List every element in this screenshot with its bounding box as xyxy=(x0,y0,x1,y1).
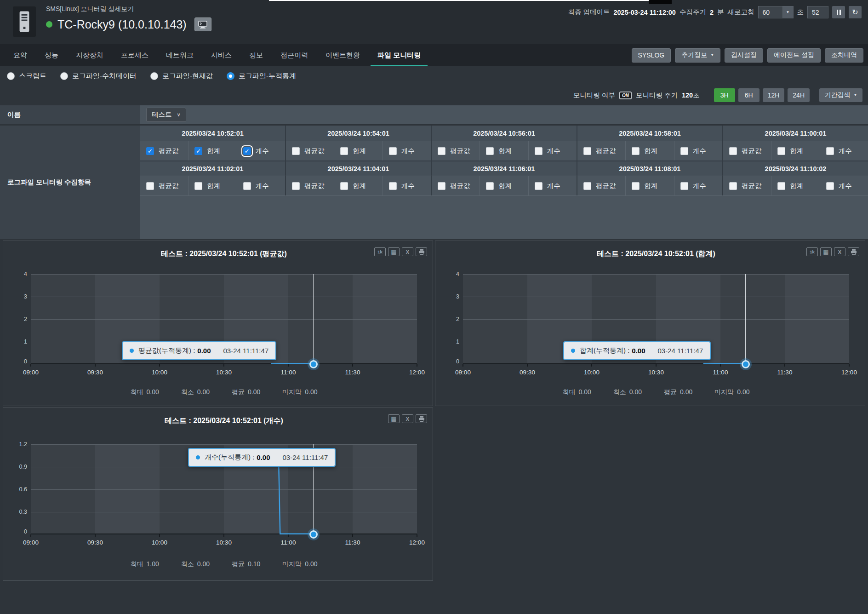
metric-checkbox-평균값[interactable]: 평균값 xyxy=(723,176,771,195)
action-button-추가정보[interactable]: 추가정보▼ xyxy=(675,48,720,63)
checkbox-icon[interactable] xyxy=(826,147,834,155)
checkbox-icon[interactable] xyxy=(486,147,494,155)
name-select[interactable]: 테스트 ∨ xyxy=(146,108,186,122)
checkbox-icon[interactable] xyxy=(438,182,445,190)
checkbox-icon[interactable] xyxy=(194,182,202,190)
refresh-interval-input[interactable]: 60 xyxy=(758,6,783,18)
data-point-marker[interactable] xyxy=(309,530,318,539)
table-icon[interactable]: ▦ xyxy=(820,247,832,256)
excel-icon[interactable]: X xyxy=(834,247,845,256)
metric-checkbox-합계[interactable]: 합계 xyxy=(625,141,674,161)
metric-checkbox-합계[interactable]: 합계 xyxy=(188,141,236,161)
metric-checkbox-평균값[interactable]: 평균값 xyxy=(286,141,334,161)
range-button-6H[interactable]: 6H xyxy=(738,88,760,102)
metric-checkbox-개수[interactable]: 개수 xyxy=(674,176,722,195)
metric-checkbox-합계[interactable]: 합계 xyxy=(188,176,236,195)
tab-성능[interactable]: 성능 xyxy=(36,44,67,66)
metric-checkbox-개수[interactable]: 개수 xyxy=(237,141,285,161)
tab-접근이력[interactable]: 접근이력 xyxy=(272,44,317,66)
action-button-조치내역[interactable]: 조치내역 xyxy=(825,48,863,63)
metric-checkbox-개수[interactable]: 개수 xyxy=(383,141,431,161)
table-icon[interactable]: ▦ xyxy=(388,414,400,423)
period-search-button[interactable]: 기간검색 ▼ xyxy=(819,88,862,102)
metric-checkbox-평균값[interactable]: 평균값 xyxy=(432,141,480,161)
range-button-24H[interactable]: 24H xyxy=(788,88,810,102)
excel-icon[interactable]: X xyxy=(402,414,413,423)
metric-checkbox-개수[interactable]: 개수 xyxy=(820,141,868,161)
excel-icon[interactable]: X xyxy=(402,247,413,256)
data-point-marker[interactable] xyxy=(309,360,318,368)
metric-checkbox-합계[interactable]: 합계 xyxy=(771,176,819,195)
checkbox-icon[interactable] xyxy=(680,147,688,155)
metric-checkbox-평균값[interactable]: 평균값 xyxy=(723,141,771,161)
print-icon[interactable] xyxy=(848,247,859,256)
checkbox-icon[interactable] xyxy=(729,147,737,155)
metric-checkbox-평균값[interactable]: 평균값 xyxy=(140,176,188,195)
action-button-감시설정[interactable]: 감시설정 xyxy=(725,48,763,63)
action-button-SYSLOG[interactable]: SYSLOG xyxy=(632,48,671,63)
metric-checkbox-합계[interactable]: 합계 xyxy=(480,141,528,161)
checkbox-icon[interactable] xyxy=(826,182,834,190)
metric-checkbox-평균값[interactable]: 평균값 xyxy=(286,176,334,195)
metric-checkbox-개수[interactable]: 개수 xyxy=(237,176,285,195)
tab-저장장치[interactable]: 저장장치 xyxy=(67,44,112,66)
metric-checkbox-개수[interactable]: 개수 xyxy=(383,176,431,195)
checkbox-icon[interactable] xyxy=(583,147,591,155)
metric-checkbox-개수[interactable]: 개수 xyxy=(528,141,577,161)
checkbox-icon[interactable] xyxy=(632,182,640,190)
metric-checkbox-합계[interactable]: 합계 xyxy=(771,141,819,161)
refresh-interval-dropdown-button[interactable]: ▼ xyxy=(783,6,794,18)
print-icon[interactable] xyxy=(416,414,427,423)
tab-정보[interactable]: 정보 xyxy=(240,44,272,66)
metric-checkbox-합계[interactable]: 합계 xyxy=(334,176,382,195)
1k-icon[interactable]: 1k xyxy=(806,247,818,256)
checkbox-icon[interactable] xyxy=(340,182,348,190)
metric-checkbox-평균값[interactable]: 평균값 xyxy=(577,141,625,161)
metric-checkbox-합계[interactable]: 합계 xyxy=(625,176,674,195)
checkbox-icon[interactable] xyxy=(389,147,397,155)
tab-이벤트현황[interactable]: 이벤트현황 xyxy=(317,44,369,66)
checkbox-icon[interactable] xyxy=(777,182,785,190)
metric-checkbox-합계[interactable]: 합계 xyxy=(334,141,382,161)
monitoring-toggle[interactable]: ON xyxy=(619,92,632,99)
metric-checkbox-개수[interactable]: 개수 xyxy=(820,176,868,195)
range-button-3H[interactable]: 3H xyxy=(714,88,735,102)
radio-스크립트[interactable]: 스크립트 xyxy=(7,72,46,80)
checkbox-icon[interactable] xyxy=(438,147,445,155)
metric-checkbox-평균값[interactable]: 평균값 xyxy=(140,141,188,161)
print-icon[interactable] xyxy=(416,247,427,256)
action-button-에이전트 설정[interactable]: 에이전트 설정 xyxy=(767,48,821,63)
tab-파일 모니터링[interactable]: 파일 모니터링 xyxy=(369,44,429,66)
checkbox-icon[interactable] xyxy=(292,182,300,190)
radio-로그파일-현재값[interactable]: 로그파일-현재값 xyxy=(150,72,213,80)
checkbox-icon[interactable] xyxy=(146,182,154,190)
checkbox-icon[interactable] xyxy=(632,147,640,155)
checkbox-icon[interactable] xyxy=(292,147,300,155)
checkbox-icon[interactable] xyxy=(777,147,785,155)
pause-button[interactable] xyxy=(832,6,845,18)
metric-checkbox-평균값[interactable]: 평균값 xyxy=(577,176,625,195)
table-icon[interactable]: ▦ xyxy=(388,247,400,256)
console-icon[interactable] xyxy=(194,17,211,31)
radio-로그파일-누적통계[interactable]: 로그파일-누적통계 xyxy=(227,72,296,80)
1k-icon[interactable]: 1k xyxy=(374,247,386,256)
checkbox-icon[interactable] xyxy=(583,182,591,190)
range-button-12H[interactable]: 12H xyxy=(763,88,785,102)
refresh-button[interactable]: ↻ xyxy=(849,6,862,18)
checkbox-icon[interactable] xyxy=(389,182,397,190)
checkbox-icon[interactable] xyxy=(535,182,542,190)
checkbox-icon[interactable] xyxy=(194,147,202,155)
checkbox-icon[interactable] xyxy=(340,147,348,155)
radio-로그파일-수치데이터[interactable]: 로그파일-수치데이터 xyxy=(60,72,137,80)
tab-네트워크[interactable]: 네트워크 xyxy=(157,44,202,66)
metric-checkbox-합계[interactable]: 합계 xyxy=(480,176,528,195)
checkbox-icon[interactable] xyxy=(729,182,737,190)
metric-checkbox-개수[interactable]: 개수 xyxy=(674,141,722,161)
metric-checkbox-평균값[interactable]: 평균값 xyxy=(432,176,480,195)
checkbox-icon[interactable] xyxy=(486,182,494,190)
tab-서비스[interactable]: 서비스 xyxy=(202,44,240,66)
metric-checkbox-개수[interactable]: 개수 xyxy=(528,176,577,195)
data-point-marker[interactable] xyxy=(742,360,750,368)
tab-요약[interactable]: 요약 xyxy=(5,44,36,66)
checkbox-icon[interactable] xyxy=(146,147,154,155)
